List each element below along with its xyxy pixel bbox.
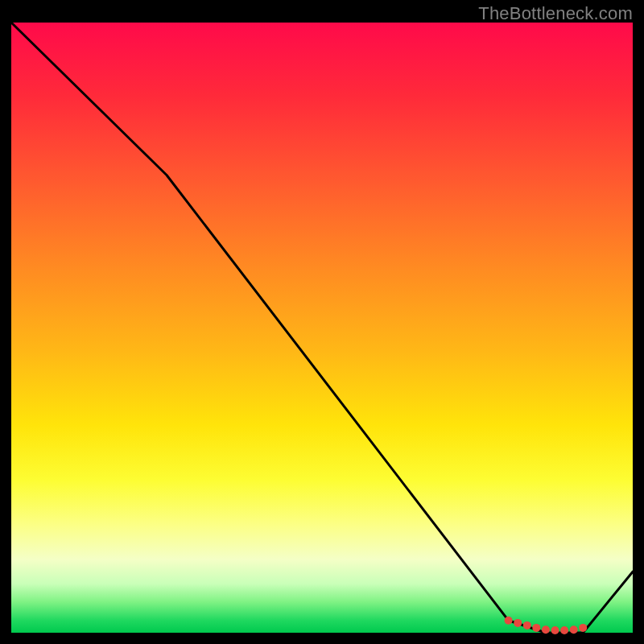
plot-area: [11, 23, 633, 633]
chart-marker: [560, 626, 568, 634]
chart-marker: [542, 625, 550, 634]
watermark-text: TheBottleneck.com: [478, 3, 633, 24]
chart-marker: [514, 619, 522, 627]
chart-markers: [505, 617, 588, 634]
chart-marker: [570, 625, 578, 634]
chart-marker: [551, 626, 559, 634]
chart-svg: [11, 23, 633, 633]
chart-marker: [505, 617, 513, 625]
chart-marker: [523, 621, 531, 630]
chart-marker: [579, 624, 587, 632]
chart-marker: [532, 624, 540, 632]
chart-line: [11, 23, 633, 633]
chart-stage: TheBottleneck.com: [0, 0, 644, 644]
